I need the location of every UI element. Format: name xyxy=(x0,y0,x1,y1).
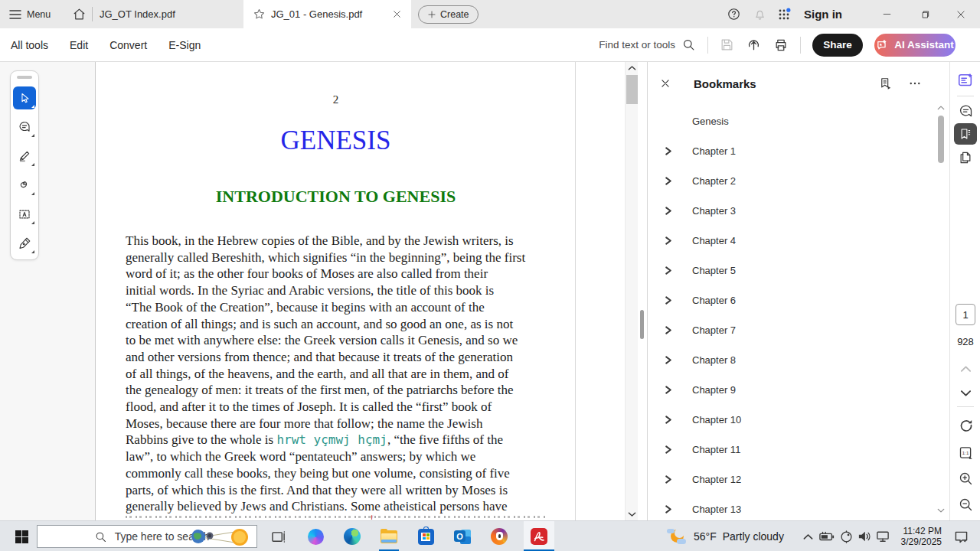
restore-button[interactable] xyxy=(907,0,942,28)
convert-button[interactable]: Convert xyxy=(109,39,147,51)
comments-panel-button[interactable] xyxy=(950,103,980,119)
attachments-panel-button[interactable] xyxy=(950,150,980,165)
save-icon[interactable] xyxy=(720,37,734,52)
scroll-up-arrow[interactable] xyxy=(936,105,946,111)
panel-resize-handle[interactable] xyxy=(640,310,644,339)
create-button[interactable]: Create xyxy=(418,5,479,24)
tab-jg-ot-index[interactable]: JG_OT Index.pdf xyxy=(100,0,175,28)
paragraph-block: law”, to which the Greek word “pentateuc… xyxy=(126,448,548,515)
close-tab-icon[interactable] xyxy=(392,9,402,19)
bookmark-item[interactable]: Chapter 1 xyxy=(648,136,931,166)
edge-button[interactable] xyxy=(337,521,368,551)
minimize-button[interactable] xyxy=(869,0,904,28)
close-bookmarks-button[interactable] xyxy=(648,78,683,89)
bookmark-item[interactable]: Chapter 6 xyxy=(648,285,931,315)
chevron-right-icon[interactable] xyxy=(665,505,675,514)
cloud-upload-icon[interactable] xyxy=(746,37,762,53)
next-page-button[interactable] xyxy=(950,390,980,397)
bookmark-item[interactable]: Chapter 2 xyxy=(648,166,931,196)
current-page-input[interactable]: 1 xyxy=(956,304,975,325)
help-button[interactable] xyxy=(721,0,746,28)
bookmark-item[interactable]: Genesis xyxy=(648,106,931,136)
start-button[interactable] xyxy=(6,521,37,551)
sign-in-button[interactable]: Sign in xyxy=(804,0,842,28)
scroll-down-arrow[interactable] xyxy=(626,511,638,517)
avast-button[interactable] xyxy=(484,521,514,551)
eclipse-doodle[interactable] xyxy=(189,527,255,548)
bookmark-item[interactable]: Chapter 4 xyxy=(648,226,931,256)
fit-page-button[interactable]: 1:1 xyxy=(950,445,980,461)
fill-sign-tool-button[interactable] xyxy=(13,232,36,255)
bookmark-item[interactable]: Chapter 10 xyxy=(648,405,931,435)
menu-button[interactable]: Menu xyxy=(9,0,51,28)
print-icon[interactable] xyxy=(773,37,789,53)
bookmark-item[interactable]: Chapter 5 xyxy=(648,256,931,285)
chevron-right-icon[interactable] xyxy=(665,416,675,424)
select-text-tool-button[interactable] xyxy=(13,203,36,226)
find-text-button[interactable]: Find text or tools xyxy=(599,37,696,52)
file-explorer-button[interactable] xyxy=(374,521,404,551)
pdf-scrollbar[interactable] xyxy=(625,62,638,520)
bookmarks-panel-button[interactable] xyxy=(954,123,977,145)
chevron-right-icon[interactable] xyxy=(665,475,675,484)
tray-expand-button[interactable] xyxy=(799,521,817,551)
task-view-button[interactable] xyxy=(263,521,294,551)
previous-page-button[interactable] xyxy=(950,365,980,373)
bookmark-item[interactable]: Chapter 8 xyxy=(648,345,931,375)
bookmarks-scrollbar[interactable] xyxy=(936,105,946,515)
pdf-scrollbar-thumb[interactable] xyxy=(626,75,638,104)
rotate-page-button[interactable] xyxy=(950,417,980,433)
chevron-right-icon[interactable] xyxy=(665,326,675,334)
meet-now-button[interactable] xyxy=(837,521,855,551)
palette-drag-handle[interactable] xyxy=(17,76,32,79)
esign-button[interactable]: E-Sign xyxy=(168,39,201,51)
bookmarks-scrollbar-thumb[interactable] xyxy=(938,116,944,163)
notifications-button[interactable] xyxy=(747,0,772,28)
document-viewport[interactable]: 2 GENESIS INTRODUCTION TO GENESIS This b… xyxy=(96,62,647,520)
draw-tool-button[interactable] xyxy=(13,174,36,197)
all-tools-button[interactable]: All tools xyxy=(11,39,48,51)
edit-button[interactable]: Edit xyxy=(70,39,88,51)
chevron-right-icon[interactable] xyxy=(665,147,675,155)
notification-center-button[interactable] xyxy=(952,521,970,551)
share-button[interactable]: Share xyxy=(812,34,863,57)
apps-grid-button[interactable] xyxy=(772,0,796,28)
close-window-button[interactable] xyxy=(943,0,978,28)
comment-tool-button[interactable] xyxy=(13,116,36,139)
scroll-up-arrow[interactable] xyxy=(626,65,638,71)
home-button[interactable] xyxy=(72,0,87,28)
battery-status[interactable] xyxy=(818,521,836,551)
chevron-right-icon[interactable] xyxy=(665,236,675,245)
ai-assistant-button[interactable]: AI Assistant xyxy=(874,34,956,57)
bookmark-item[interactable]: Chapter 3 xyxy=(648,196,931,226)
microsoft-store-button[interactable] xyxy=(410,521,441,551)
outlook-button[interactable]: O xyxy=(447,521,478,551)
select-tool-button[interactable] xyxy=(13,86,36,109)
volume-button[interactable] xyxy=(855,521,874,551)
zoom-out-button[interactable] xyxy=(950,497,980,513)
bookmark-item[interactable]: Chapter 12 xyxy=(648,465,931,494)
chevron-right-icon[interactable] xyxy=(665,266,675,275)
chevron-right-icon[interactable] xyxy=(665,386,675,394)
star-icon[interactable] xyxy=(253,8,266,21)
scroll-down-arrow[interactable] xyxy=(936,507,946,514)
acrobat-button[interactable] xyxy=(524,521,554,551)
ai-assistant-panel-button[interactable] xyxy=(950,72,980,89)
zoom-in-button[interactable] xyxy=(950,471,980,487)
bookmark-item[interactable]: Chapter 9 xyxy=(648,375,931,405)
copilot-button[interactable] xyxy=(300,521,331,551)
chevron-right-icon[interactable] xyxy=(665,356,675,364)
tab-jg-01-genesis[interactable]: JG_01 - Genesis.pdf xyxy=(243,0,411,28)
bookmark-item[interactable]: Chapter 11 xyxy=(648,435,931,465)
bookmark-item[interactable]: Chapter 7 xyxy=(648,315,931,345)
more-options-icon[interactable] xyxy=(908,77,922,90)
add-bookmark-icon[interactable] xyxy=(878,77,893,91)
chevron-right-icon[interactable] xyxy=(665,207,675,215)
chevron-right-icon[interactable] xyxy=(665,296,675,305)
taskbar-search-box[interactable]: Type here to search xyxy=(37,525,257,548)
chevron-right-icon[interactable] xyxy=(665,445,675,454)
highlight-tool-button[interactable] xyxy=(13,145,36,168)
chevron-right-icon[interactable] xyxy=(665,177,675,185)
weather-widget[interactable]: 56°F Partly cloudy xyxy=(668,521,784,551)
clock[interactable]: 11:42 PM 3/29/2025 xyxy=(888,521,942,551)
